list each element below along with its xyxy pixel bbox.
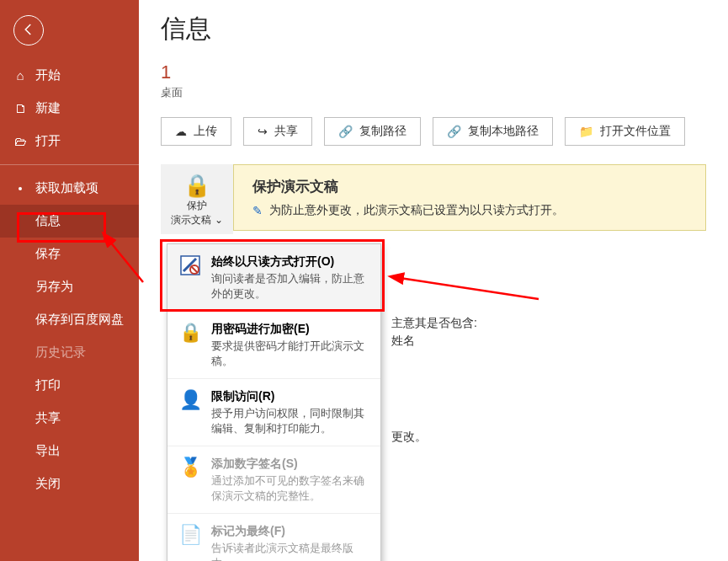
readonly-icon	[179, 254, 201, 276]
btn-label: 共享	[274, 124, 298, 139]
sign-icon: 🏅	[179, 457, 201, 478]
dd-title: 始终以只读方式打开(O)	[211, 254, 369, 270]
nav-print[interactable]: 打印	[0, 369, 139, 402]
cloud-upload-icon: ☁	[175, 125, 187, 138]
nav-label: 信息	[35, 213, 61, 229]
encrypt-icon: 🔒	[179, 322, 201, 344]
nav-list: ⌂ 开始 🗋 新建 🗁 打开 获取加载项 信息 保存 另存为	[0, 59, 139, 500]
nav-close[interactable]: 关闭	[0, 467, 139, 500]
link-icon: 🔗	[338, 125, 353, 138]
dd-title: 限制访问(R)	[211, 389, 369, 404]
nav-share[interactable]: 共享	[0, 402, 139, 435]
page-title: 信息	[161, 12, 706, 46]
btn-label: 打开文件位置	[600, 124, 671, 139]
nav-label: 获取加载项	[35, 180, 98, 196]
protect-description-panel: 保护演示文稿 ✎ 为防止意外更改，此演示文稿已设置为以只读方式打开。	[233, 164, 706, 231]
doc-path: 桌面	[161, 85, 706, 100]
nav-label: 导出	[35, 443, 61, 459]
dd-restrict[interactable]: 👤 限制访问(R) 授予用户访问权限，同时限制其编辑、复制和打印能力。	[167, 378, 380, 446]
inspect-hint-3: 更改。	[391, 430, 427, 445]
nav-open[interactable]: 🗁 打开	[0, 125, 139, 158]
protect-presentation-button[interactable]: 🔒 保护 演示文稿 ⌄	[161, 164, 233, 234]
dd-desc: 询问读者是否加入编辑，防止意外的更改。	[211, 271, 369, 301]
copy-path-button[interactable]: 🔗 复制路径	[324, 117, 421, 146]
bullet-icon	[13, 187, 27, 190]
dd-encrypt[interactable]: 🔒 用密码进行加密(E) 要求提供密码才能打开此演示文稿。	[167, 311, 380, 378]
nav-label: 保存到百度网盘	[35, 312, 124, 328]
dd-desc: 通过添加不可见的数字签名来确保演示文稿的完整性。	[211, 473, 369, 503]
backstage-sidebar: ⌂ 开始 🗋 新建 🗁 打开 获取加载项 信息 保存 另存为	[0, 0, 139, 561]
home-icon: ⌂	[13, 68, 27, 83]
nav-label: 开始	[35, 67, 61, 83]
nav-save[interactable]: 保存	[0, 238, 139, 270]
nav-label: 关闭	[35, 476, 61, 492]
nav-label: 共享	[35, 410, 61, 426]
nav-info[interactable]: 信息	[0, 205, 139, 238]
final-icon: 📄	[179, 524, 201, 546]
nav-label: 打开	[35, 133, 61, 149]
nav-label: 新建	[35, 100, 61, 116]
dd-open-readonly[interactable]: 始终以只读方式打开(O) 询问读者是否加入编辑，防止意外的更改。	[167, 244, 380, 311]
dd-title: 添加数字签名(S)	[211, 457, 369, 472]
doc-title: 1	[161, 61, 706, 83]
lock-icon: 🔒	[183, 173, 210, 199]
tile-line2: 演示文稿 ⌄	[171, 213, 222, 227]
dd-digital-signature: 🏅 添加数字签名(S) 通过添加不可见的数字签名来确保演示文稿的完整性。	[167, 446, 380, 513]
action-row: ☁ 上传 ↪ 共享 🔗 复制路径 🔗 复制本地路径 📁 打开文件位置	[161, 117, 706, 146]
nav-addins[interactable]: 获取加载项	[0, 172, 139, 205]
back-button[interactable]	[13, 15, 44, 45]
btn-label: 复制路径	[359, 124, 407, 139]
restrict-icon: 👤	[179, 389, 201, 411]
folder-open-icon: 📁	[579, 125, 593, 138]
btn-label: 复制本地路径	[468, 124, 539, 139]
dd-title: 标记为最终(F)	[211, 524, 369, 539]
nav-label: 历史记录	[35, 345, 86, 361]
upload-button[interactable]: ☁ 上传	[161, 117, 231, 146]
share-button[interactable]: ↪ 共享	[243, 117, 312, 146]
link-icon: 🔗	[447, 125, 461, 138]
nav-label: 打印	[35, 377, 61, 393]
inspect-hint-1: 主意其是否包含:	[391, 316, 477, 331]
dd-mark-final: 📄 标记为最终(F) 告诉读者此演示文稿是最终版本。	[167, 513, 380, 561]
nav-home[interactable]: ⌂ 开始	[0, 59, 139, 92]
open-location-button[interactable]: 📁 打开文件位置	[565, 117, 685, 146]
new-icon: 🗋	[13, 101, 27, 115]
open-icon: 🗁	[13, 134, 27, 148]
arrow-left-icon	[21, 22, 36, 40]
btn-label: 上传	[194, 124, 217, 139]
inspect-hint-2: 姓名	[391, 334, 415, 349]
nav-new[interactable]: 🗋 新建	[0, 92, 139, 125]
dd-desc: 要求提供密码才能打开此演示文稿。	[211, 339, 369, 368]
nav-separator	[0, 164, 139, 165]
nav-history: 历史记录	[0, 336, 139, 369]
nav-save-baidu[interactable]: 保存到百度网盘	[0, 303, 139, 336]
nav-label: 另存为	[35, 279, 73, 295]
share-icon: ↪	[258, 125, 268, 138]
pencil-icon: ✎	[252, 204, 263, 217]
protect-section: 🔒 保护 演示文稿 ⌄ 保护演示文稿 ✎ 为防止意外更改，此演示文稿已设置为以只…	[161, 164, 706, 234]
nav-label: 保存	[35, 246, 61, 262]
protect-heading: 保护演示文稿	[252, 177, 687, 196]
dd-title: 用密码进行加密(E)	[211, 322, 369, 337]
tile-line1: 保护	[187, 199, 207, 213]
nav-export[interactable]: 导出	[0, 435, 139, 467]
copy-local-path-button[interactable]: 🔗 复制本地路径	[433, 117, 553, 146]
dd-desc: 告诉读者此演示文稿是最终版本。	[211, 541, 369, 561]
protect-body: 为防止意外更改，此演示文稿已设置为以只读方式打开。	[269, 203, 564, 218]
protect-dropdown: 始终以只读方式打开(O) 询问读者是否加入编辑，防止意外的更改。 🔒 用密码进行…	[167, 243, 381, 561]
dd-desc: 授予用户访问权限，同时限制其编辑、复制和打印能力。	[211, 406, 369, 435]
nav-saveas[interactable]: 另存为	[0, 270, 139, 303]
